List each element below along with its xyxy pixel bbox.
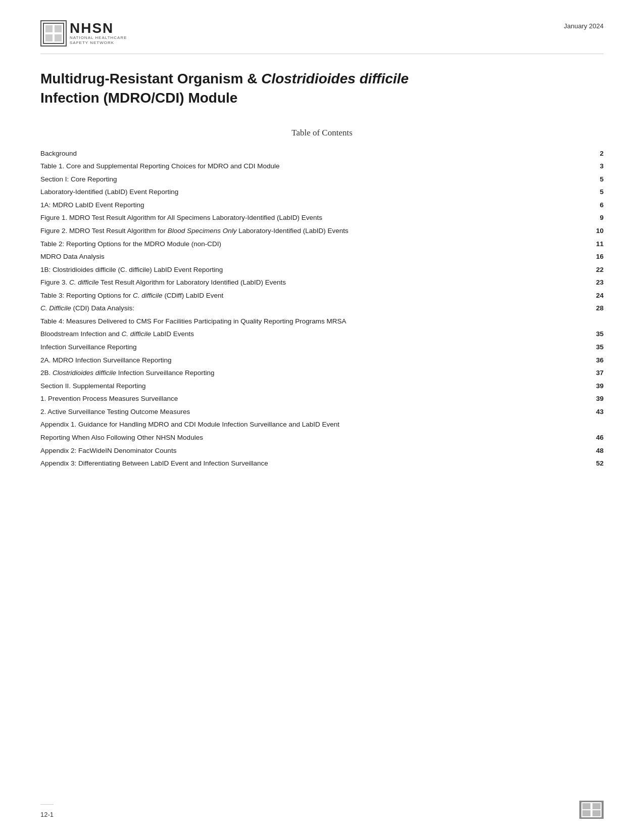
toc-row: 2. Active Surveillance Testing Outcome M… — [40, 405, 604, 419]
toc-page: 46 — [583, 431, 604, 444]
toc-page: 43 — [583, 405, 604, 419]
toc-row: 1B: Clostridioides difficile (C. diffici… — [40, 263, 604, 276]
toc-label: Section II. Supplemental Reporting — [40, 380, 583, 393]
toc-page: 35 — [583, 328, 604, 341]
toc-label: 2B. Clostridioides difficile Infection S… — [40, 366, 583, 380]
toc-row: Laboratory-Identified (LabID) Event Repo… — [40, 186, 604, 199]
header-divider — [40, 54, 604, 54]
toc-italic: Blood Specimens Only — [168, 227, 237, 235]
logo-box-icon — [40, 20, 67, 47]
toc-row: Infection Surveillance Reporting 35 — [40, 341, 604, 354]
toc-italic: C. difficile — [69, 279, 99, 286]
toc-page: 2 — [583, 147, 604, 160]
svg-rect-2 — [55, 25, 62, 32]
toc-page — [583, 418, 604, 431]
toc-page: 5 — [583, 173, 604, 186]
toc-page — [583, 315, 604, 328]
toc-page: 39 — [583, 380, 604, 393]
toc-label: Appendix 2: FacWideIN Denominator Counts — [40, 444, 583, 457]
nhsn-subtitle-line1: NATIONAL HEALTHCARE — [70, 35, 127, 40]
toc-row: 1. Prevention Process Measures Surveilla… — [40, 392, 604, 405]
toc-page: 48 — [583, 444, 604, 457]
svg-rect-3 — [45, 34, 53, 41]
toc-page: 36 — [583, 354, 604, 367]
toc-page: 6 — [583, 199, 604, 212]
toc-page: 16 — [583, 250, 604, 263]
nhsn-text: NHSN NATIONAL HEALTHCARE SAFETY NETWORK — [70, 21, 127, 46]
toc-heading: Table of Contents — [40, 128, 604, 138]
svg-rect-6 — [582, 803, 590, 809]
toc-row: Background 2 — [40, 147, 604, 160]
toc-italic: C. difficile — [133, 292, 163, 299]
toc-label: 1A: MDRO LabID Event Reporting — [40, 199, 583, 212]
toc-row: Reporting When Also Following Other NHSN… — [40, 431, 604, 444]
toc-label: 2A. MDRO Infection Surveillance Reportin… — [40, 354, 583, 367]
svg-rect-1 — [45, 25, 53, 32]
toc-label: Appendix 3: Differentiating Between LabI… — [40, 457, 583, 470]
toc-italic: Clostridioides difficile — [53, 369, 116, 377]
toc-label: Figure 1. MDRO Test Result Algorithm for… — [40, 211, 583, 224]
toc-label: Background — [40, 147, 583, 160]
title-line2: Infection (MDRO/CDI) Module — [40, 90, 237, 106]
footer-logo-icon — [579, 801, 604, 819]
toc-page: 5 — [583, 186, 604, 199]
toc-row: Section II. Supplemental Reporting 39 — [40, 380, 604, 393]
toc-row: Table 4: Measures Delivered to CMS For F… — [40, 315, 604, 328]
toc-label: Table 1. Core and Supplemental Reporting… — [40, 160, 583, 173]
toc-label: 1. Prevention Process Measures Surveilla… — [40, 392, 583, 405]
toc-row: 2B. Clostridioides difficile Infection S… — [40, 366, 604, 380]
toc-page: 3 — [583, 160, 604, 173]
title-line1: Multidrug-Resistant Organism & Clostridi… — [40, 71, 409, 86]
toc-italic: C. difficile — [122, 330, 152, 338]
toc-row: MDRO Data Analysis 16 — [40, 250, 604, 263]
toc-label: Bloodstream Infection and C. difficile L… — [40, 328, 583, 341]
toc-row: Figure 2. MDRO Test Result Algorithm for… — [40, 224, 604, 238]
footer-page-number: 12-1 — [40, 811, 54, 818]
logo-area: NHSN NATIONAL HEALTHCARE SAFETY NETWORK — [40, 20, 127, 47]
toc-label: Reporting When Also Following Other NHSN… — [40, 431, 583, 444]
svg-rect-8 — [582, 810, 590, 816]
toc-row: Table 2: Reporting Options for the MDRO … — [40, 238, 604, 251]
toc-row: Section I: Core Reporting 5 — [40, 173, 604, 186]
toc-row: C. Difficile (CDI) Data Analysis: 28 — [40, 302, 604, 315]
toc-page: 23 — [583, 276, 604, 289]
svg-rect-7 — [592, 803, 601, 809]
svg-rect-4 — [55, 34, 62, 41]
toc-page: 52 — [583, 457, 604, 470]
toc-page: 9 — [583, 211, 604, 224]
toc-label: Table 2: Reporting Options for the MDRO … — [40, 238, 583, 251]
toc-page: 11 — [583, 238, 604, 251]
toc-table: Background 2 Table 1. Core and Supplemen… — [40, 147, 604, 470]
toc-page: 39 — [583, 392, 604, 405]
toc-label: 2. Active Surveillance Testing Outcome M… — [40, 405, 583, 419]
toc-label: Appendix 1. Guidance for Handling MDRO a… — [40, 418, 583, 431]
footer-left: 12-1 — [40, 804, 54, 819]
toc-section: Table of Contents Background 2 Table 1. … — [40, 128, 604, 470]
toc-row: Bloodstream Infection and C. difficile L… — [40, 328, 604, 341]
toc-row: Appendix 2: FacWideIN Denominator Counts… — [40, 444, 604, 457]
toc-row: 1A: MDRO LabID Event Reporting 6 — [40, 199, 604, 212]
toc-row: 2A. MDRO Infection Surveillance Reportin… — [40, 354, 604, 367]
toc-row: Figure 3. C. difficile Test Result Algor… — [40, 276, 604, 289]
toc-row: Appendix 1. Guidance for Handling MDRO a… — [40, 418, 604, 431]
toc-page: 22 — [583, 263, 604, 276]
toc-label: MDRO Data Analysis — [40, 250, 583, 263]
toc-row: Table 1. Core and Supplemental Reporting… — [40, 160, 604, 173]
header: NHSN NATIONAL HEALTHCARE SAFETY NETWORK … — [40, 20, 604, 47]
toc-label: Table 4: Measures Delivered to CMS For F… — [40, 315, 583, 328]
toc-label: Figure 3. C. difficile Test Result Algor… — [40, 276, 583, 289]
toc-label: Figure 2. MDRO Test Result Algorithm for… — [40, 224, 583, 238]
toc-row: Table 3: Reporting Options for C. diffic… — [40, 289, 604, 302]
toc-page: 37 — [583, 366, 604, 380]
toc-row: Appendix 3: Differentiating Between LabI… — [40, 457, 604, 470]
toc-page: 35 — [583, 341, 604, 354]
toc-label: C. Difficile (CDI) Data Analysis: — [40, 302, 583, 315]
toc-italic: C. Difficile — [40, 304, 71, 312]
toc-label: Table 3: Reporting Options for C. diffic… — [40, 289, 583, 302]
footer-divider — [40, 804, 54, 805]
title-italic: Clostridioides difficile — [261, 71, 409, 86]
main-title: Multidrug-Resistant Organism & Clostridi… — [40, 69, 604, 108]
footer: 12-1 — [40, 801, 604, 819]
toc-label: Infection Surveillance Reporting — [40, 341, 583, 354]
svg-rect-9 — [592, 810, 601, 816]
